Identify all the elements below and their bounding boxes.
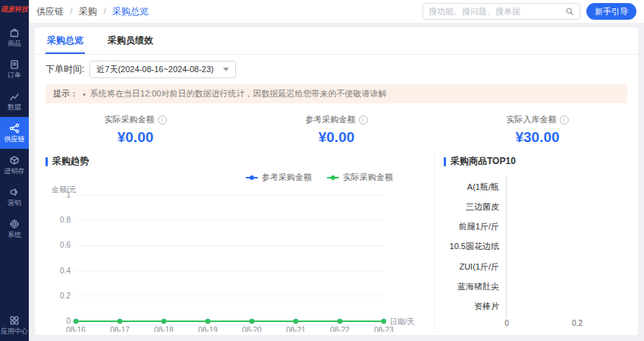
sidebar-item-app-center[interactable]: 应用中心 (0, 309, 29, 341)
panel-title-row: 采购商品TOP10 (444, 155, 638, 168)
order-time-label: 下单时间: (46, 63, 84, 76)
chevron-down-icon (223, 68, 229, 71)
global-search (423, 3, 580, 20)
stat-label-row: 实际入库金额 (437, 114, 638, 125)
brand-logo: 现麦科技 (0, 0, 29, 21)
breadcrumb-item-purchase[interactable]: 采购 (79, 6, 97, 17)
svg-text:日期/天: 日期/天 (390, 317, 415, 326)
bar-category-label: 资棒片 (474, 301, 499, 312)
sidebar-item-inventory[interactable]: 进销存 (0, 149, 29, 181)
breadcrumb-current: 采购总览 (112, 6, 149, 17)
notice-text: 系统将在当日12:00对前日的数据进行统计，因数据延迟给您带来的不便敬请谅解 (90, 88, 387, 99)
breadcrumb: 供应链 / 采购 / 采购总览 (36, 5, 149, 18)
main-area: 供应链 / 采购 / 采购总览 新手引导 采购总览 采购员绩效 下单时间: 近7… (29, 0, 644, 341)
date-range-select[interactable]: 近7天(2024-08-16~2024-08-23) (90, 61, 235, 78)
svg-text:08-22: 08-22 (330, 326, 350, 332)
topbar: 供应链 / 采购 / 采购总览 新手引导 (29, 0, 644, 23)
sidebar-item-label: 应用中心 (1, 328, 28, 335)
svg-text:0.8: 0.8 (60, 216, 71, 224)
charts-row: 采购趋势 参考采购金额 实际采购金额 00.20.40.60.81金额/元08-… (35, 155, 638, 335)
sidebar-item-supply-chain[interactable]: 供应链 (0, 117, 29, 149)
notice-banner: 提示： • 系统将在当日12:00对前日的数据进行统计，因数据延迟给您带来的不便… (46, 84, 627, 103)
legend-item-actual[interactable]: 实际采购金额 (327, 172, 393, 183)
svg-text:08-23: 08-23 (374, 326, 394, 332)
tabs: 采购总览 采购员绩效 (35, 27, 638, 55)
date-range-value: 近7天(2024-08-16~2024-08-23) (96, 64, 213, 75)
stat-label-row: 实际采购金额 (35, 114, 236, 125)
sidebar-item-label: 商品 (8, 40, 21, 47)
svg-text:08-17: 08-17 (110, 326, 130, 332)
purchase-trend-chart: 00.20.40.60.81金额/元08-1608-1708-1808-1908… (46, 183, 428, 332)
stat-reference-purchase: 参考采购金额 ¥0.00 (236, 114, 437, 146)
bar-category-label: 前腿1斤/斤 (459, 221, 499, 232)
legend-marker-icon (246, 177, 258, 178)
sidebar-item-label: 进销存 (5, 168, 25, 175)
bar-category-label: 10.5圆花边纸 (450, 241, 499, 252)
sidebar-item-data[interactable]: 数据 (0, 85, 29, 117)
tab-purchase-overview[interactable]: 采购总览 (46, 27, 85, 54)
sidebar-item-goods[interactable]: 商品 (0, 21, 29, 53)
bar-axis-tick: 0 (504, 319, 509, 327)
panel-title: 采购趋势 (52, 155, 89, 168)
svg-text:金额/元: 金额/元 (51, 185, 77, 194)
bar-axis-ticks: 00.20.4 (507, 319, 638, 330)
search-input[interactable] (429, 7, 562, 16)
filter-row: 下单时间: 近7天(2024-08-16~2024-08-23) (35, 55, 638, 81)
top-products-panel: 采购商品TOP10 A(1瓶/瓶三边菌皮前腿1斤/斤10.5圆花边纸ZUI(1斤… (434, 155, 638, 332)
legend-label: 参考采购金额 (262, 172, 312, 183)
sidebar-item-label: 供应链 (5, 136, 25, 143)
svg-text:0.2: 0.2 (60, 292, 71, 300)
supply-chain-icon (9, 123, 20, 134)
sidebar-item-label: 订单 (8, 72, 21, 79)
chart-line-icon (9, 91, 20, 102)
sidebar-item-system[interactable]: 系统 (0, 213, 29, 245)
sidebar-item-label: 数据 (8, 104, 21, 111)
stat-value: ¥0.00 (236, 129, 437, 146)
info-icon[interactable] (560, 115, 569, 125)
breadcrumb-separator: / (70, 6, 72, 17)
legend-item-reference[interactable]: 参考采购金额 (246, 172, 312, 183)
bar-category-label: 三边菌皮 (466, 201, 499, 213)
purchase-overview-card: 采购总览 采购员绩效 下单时间: 近7天(2024-08-16~2024-08-… (35, 27, 638, 335)
legend-marker-icon (327, 177, 339, 178)
stat-value: ¥0.00 (35, 129, 236, 146)
bar-category-labels: A(1瓶/瓶三边菌皮前腿1斤/斤10.5圆花边纸ZUI(1斤/斤蓝海猪肚尖资棒片 (444, 177, 506, 317)
cube-icon (9, 155, 20, 166)
bullet-icon: • (83, 90, 86, 99)
stat-label: 参考采购金额 (306, 114, 356, 125)
search-icon[interactable] (565, 7, 574, 16)
goods-icon (9, 27, 20, 38)
sidebar-item-label: 系统 (8, 232, 21, 238)
bar-series (507, 177, 638, 317)
sidebar-item-orders[interactable]: 订单 (0, 53, 29, 85)
sidebar-nav: 商品 订单 数据 供应链 进销存 营销 系统 (0, 21, 29, 245)
stat-value: ¥30.00 (437, 129, 638, 146)
svg-text:0.6: 0.6 (60, 241, 71, 249)
megaphone-icon (9, 187, 20, 197)
info-icon[interactable] (359, 115, 368, 125)
stat-label-row: 参考采购金额 (236, 114, 437, 125)
legend-label: 实际采购金额 (343, 172, 393, 183)
svg-text:08-20: 08-20 (242, 326, 262, 332)
stat-actual-purchase: 实际采购金额 ¥0.00 (35, 114, 236, 146)
bar-axis-tick: 0.2 (572, 319, 583, 327)
svg-text:08-16: 08-16 (66, 326, 86, 332)
info-icon[interactable] (158, 115, 167, 125)
sidebar-item-label: 营销 (8, 200, 21, 207)
chart-legend: 参考采购金额 实际采购金额 (46, 168, 428, 183)
tab-buyer-performance[interactable]: 采购员绩效 (106, 27, 155, 54)
panel-title-row: 采购趋势 (46, 155, 428, 168)
order-icon (9, 59, 20, 70)
breadcrumb-item-supply-chain[interactable]: 供应链 (36, 6, 64, 17)
stat-label: 实际采购金额 (105, 114, 155, 125)
stat-actual-inbound: 实际入库金额 ¥30.00 (437, 114, 638, 146)
svg-text:08-19: 08-19 (198, 326, 218, 332)
content: 采购总览 采购员绩效 下单时间: 近7天(2024-08-16~2024-08-… (29, 23, 644, 341)
beginner-guide-button[interactable]: 新手引导 (586, 3, 636, 20)
title-accent-bar (46, 157, 48, 166)
bar-plot-area: 00.20.4 (506, 177, 638, 317)
svg-text:0: 0 (66, 317, 71, 325)
sidebar-item-marketing[interactable]: 营销 (0, 181, 29, 213)
gear-icon (9, 219, 20, 229)
stat-label: 实际入库金额 (507, 114, 557, 125)
